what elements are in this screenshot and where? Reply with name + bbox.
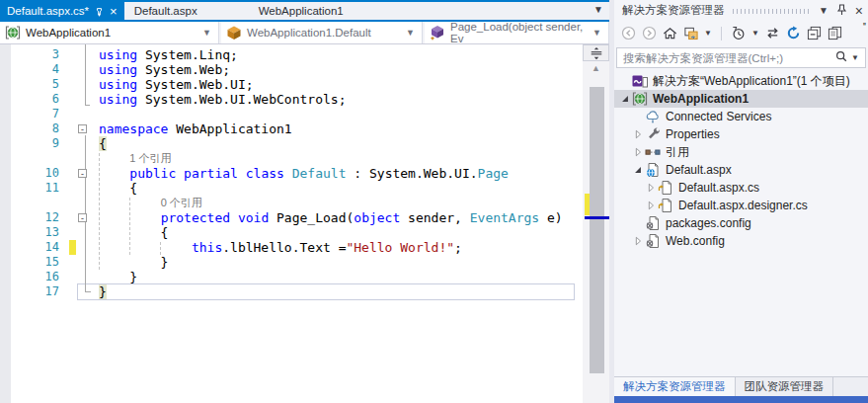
tree-item[interactable]: WebApplication1	[614, 90, 868, 108]
doc-tab[interactable]: Default.aspx	[124, 2, 207, 20]
search-icon[interactable]	[834, 49, 848, 67]
change-margin	[59, 166, 75, 181]
caret-down-icon[interactable]: ▼	[851, 53, 859, 62]
navbar-label: Page_Load(object sender, Ev	[450, 21, 588, 44]
forward-icon[interactable]	[641, 25, 658, 41]
pin-icon[interactable]	[95, 6, 104, 17]
navbar-dropdown[interactable]: WebApplication1▼	[0, 22, 219, 43]
collapse-all-icon[interactable]	[806, 25, 823, 41]
code-line[interactable]: 4using System.Web;	[0, 62, 583, 77]
change-margin	[59, 225, 75, 240]
code-line[interactable]: 11 {	[0, 181, 583, 196]
line-number: 3	[0, 47, 59, 62]
caret-down-icon[interactable]: ▼	[704, 29, 712, 38]
tree-item[interactable]: Properties	[614, 125, 868, 143]
code-line[interactable]: 12- protected void Page_Load(object send…	[0, 210, 583, 225]
codelens-row[interactable]: 0 个引用	[0, 196, 583, 210]
tree-item[interactable]: Connected Services	[614, 108, 868, 125]
scrollbar-thumb[interactable]	[590, 87, 604, 373]
fold-collapse-box[interactable]: -	[78, 213, 87, 222]
show-all-files-icon[interactable]	[827, 25, 843, 41]
collapse-arrow-icon[interactable]	[644, 181, 658, 195]
code-line[interactable]: 16 }	[0, 270, 583, 284]
solution-explorer-panel: 解决方案资源管理器 ▼ × '' ▼▼ ▼ 解决方案“WebApplicatio…	[614, 0, 868, 403]
close-icon[interactable]: ×	[110, 5, 118, 18]
fold-collapse-box[interactable]: -	[78, 124, 87, 133]
tree-item[interactable]: Default.aspx.designer.cs	[614, 197, 868, 214]
code-line[interactable]: 7	[0, 107, 583, 121]
document-tab-strip: Default.aspx.cs*×Default.aspxWebApplicat…	[0, 0, 609, 22]
line-number: 5	[0, 77, 59, 92]
tree-item[interactable]: Default.aspx.cs	[614, 179, 868, 197]
split-window-handle-icon[interactable]	[583, 44, 609, 61]
code-text	[93, 107, 583, 121]
home-icon[interactable]	[662, 25, 678, 41]
scrollbar-up-arrow-icon[interactable]: ▲	[583, 63, 609, 73]
tree-item[interactable]: Default.aspx	[614, 161, 868, 179]
code-line[interactable]: 6using System.Web.UI.WebControls;	[0, 92, 583, 107]
doc-tab[interactable]: Default.aspx.cs*×	[0, 0, 124, 22]
collapse-arrow-icon[interactable]	[631, 145, 645, 159]
chevron-down-icon[interactable]: ▼	[819, 6, 829, 16]
outlining-margin	[75, 107, 93, 121]
tree-item[interactable]: 引用	[614, 143, 868, 161]
sync-icon[interactable]	[764, 25, 781, 41]
caret-down-icon[interactable]: ▼	[751, 29, 759, 38]
refresh-icon[interactable]	[785, 25, 802, 41]
tree-item-label: Properties	[666, 127, 720, 141]
tree-item[interactable]: Web.config	[614, 232, 868, 250]
editor-vertical-scrollbar[interactable]: ▲	[583, 44, 609, 403]
navbar-dropdown[interactable]: WebApplication1.Default▼	[221, 22, 423, 43]
collapse-arrow-icon[interactable]	[631, 234, 645, 248]
code-text: }	[93, 284, 583, 299]
code-text: }	[93, 255, 583, 270]
outlining-margin	[75, 77, 93, 92]
code-line[interactable]: 9{	[0, 136, 583, 151]
indent-guide	[160, 242, 161, 255]
tree-item-label: packages.config	[666, 216, 751, 230]
search-input[interactable]	[617, 52, 834, 64]
collapse-arrow-icon[interactable]	[631, 127, 645, 141]
outlining-margin	[75, 62, 93, 77]
tree-item[interactable]: 解决方案“WebApplication1”(1 个项目)	[614, 72, 868, 90]
outlining-margin	[75, 196, 93, 210]
expand-arrow-icon[interactable]	[618, 92, 632, 106]
codelens-row[interactable]: 1 个引用	[0, 151, 583, 166]
tab-list-chevron-icon[interactable]: ▼	[593, 4, 603, 15]
visual-studio-window: Default.aspx.cs*×Default.aspxWebApplicat…	[0, 0, 868, 403]
change-margin	[59, 181, 75, 196]
back-icon[interactable]	[620, 25, 637, 41]
caret-down-icon[interactable]: ▼	[202, 28, 211, 38]
panel-tab[interactable]: 解决方案资源管理器	[614, 377, 736, 396]
pin-icon[interactable]	[836, 4, 847, 18]
panel-title-bar[interactable]: 解决方案资源管理器 ▼ ×	[614, 0, 868, 21]
code-line[interactable]: 13 {	[0, 225, 583, 240]
switch-views-icon[interactable]	[682, 25, 699, 41]
caret-down-icon[interactable]: ▼	[406, 28, 415, 38]
panel-tab[interactable]: 团队资源管理器	[736, 377, 834, 396]
navbar-dropdown[interactable]: Page_Load(object sender, Ev▼	[425, 22, 609, 43]
code-line[interactable]: 15 }	[0, 255, 583, 270]
change-margin	[59, 270, 75, 284]
code-line[interactable]: 10- public partial class Default : Syste…	[0, 166, 583, 181]
change-margin	[59, 151, 75, 166]
history-icon[interactable]	[730, 25, 747, 41]
tree-item-label: Default.aspx	[666, 163, 732, 177]
code-line[interactable]: 14 this.lblHello.Text ="Hello World!";	[0, 240, 583, 255]
code-line[interactable]: 8-namespace WebApplication1	[0, 121, 583, 136]
class-icon	[226, 25, 242, 40]
project-icon	[5, 25, 21, 40]
code-line[interactable]: 3using System.Linq;	[0, 47, 583, 62]
caret-down-icon[interactable]: ▼	[592, 28, 601, 38]
code-line[interactable]: 5using System.Web.UI;	[0, 77, 583, 92]
tree-item[interactable]: packages.config	[614, 214, 868, 232]
fold-collapse-box[interactable]: -	[78, 169, 87, 178]
code-editor[interactable]: 3using System.Linq;4using System.Web;5us…	[0, 44, 609, 403]
outlining-margin	[75, 47, 93, 62]
toolbar-overflow-icon[interactable]: ''	[863, 21, 865, 33]
code-line[interactable]: 17}	[0, 284, 583, 299]
collapse-arrow-icon[interactable]	[644, 199, 658, 212]
expand-arrow-icon[interactable]	[631, 163, 645, 177]
close-icon[interactable]: ×	[855, 5, 863, 17]
doc-tab[interactable]: WebApplication1	[249, 2, 354, 20]
